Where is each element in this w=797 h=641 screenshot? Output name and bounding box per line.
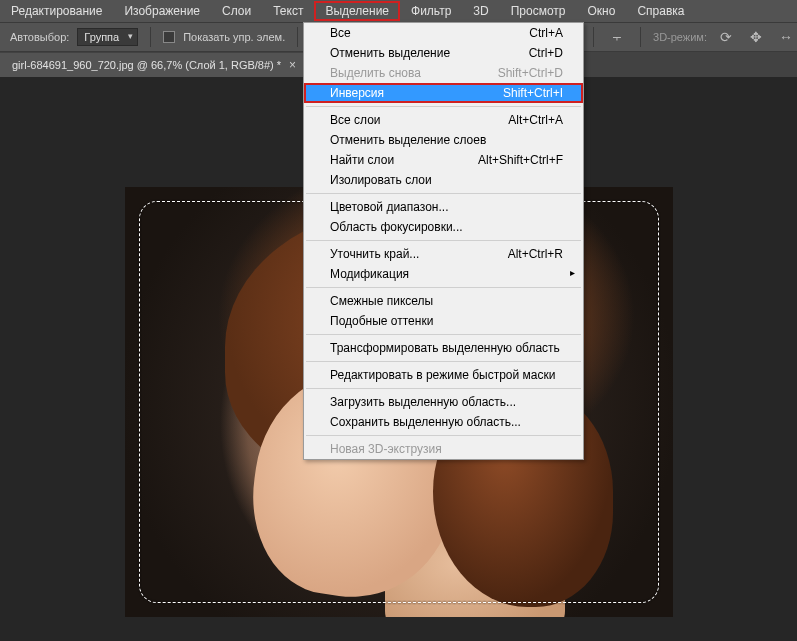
menu-separator bbox=[306, 334, 581, 335]
pan-3d-icon[interactable]: ✥ bbox=[745, 26, 767, 48]
menu-separator bbox=[306, 388, 581, 389]
separator bbox=[640, 27, 641, 47]
menu-item[interactable]: Отменить выделение слоев bbox=[304, 130, 583, 150]
separator bbox=[297, 27, 298, 47]
menu-item-shortcut: Alt+Ctrl+R bbox=[508, 247, 563, 261]
menu-item-label: Загрузить выделенную область... bbox=[330, 395, 516, 409]
mode-3d-label: 3D-режим: bbox=[653, 31, 707, 43]
menu-item-label: Отменить выделение слоев bbox=[330, 133, 486, 147]
menu-layers[interactable]: Слои bbox=[211, 1, 262, 21]
menubar: Редактирование Изображение Слои Текст Вы… bbox=[0, 0, 797, 22]
separator bbox=[150, 27, 151, 47]
menu-item-label: Редактировать в режиме быстрой маски bbox=[330, 368, 555, 382]
menu-item[interactable]: Отменить выделениеCtrl+D bbox=[304, 43, 583, 63]
distribute-icon[interactable]: ⫟ bbox=[606, 26, 628, 48]
menu-item-label: Смежные пикселы bbox=[330, 294, 433, 308]
menu-item: Новая 3D-экструзия bbox=[304, 439, 583, 459]
menu-item[interactable]: Изолировать слои bbox=[304, 170, 583, 190]
menu-text[interactable]: Текст bbox=[262, 1, 314, 21]
close-icon[interactable]: × bbox=[289, 58, 296, 72]
menu-separator bbox=[306, 435, 581, 436]
menu-separator bbox=[306, 287, 581, 288]
menu-view[interactable]: Просмотр bbox=[500, 1, 577, 21]
menu-item-label: Все слои bbox=[330, 113, 381, 127]
menu-item[interactable]: Смежные пикселы bbox=[304, 291, 583, 311]
menu-item-label: Все bbox=[330, 26, 351, 40]
menu-item-label: Найти слои bbox=[330, 153, 394, 167]
menu-item-shortcut: Shift+Ctrl+I bbox=[503, 86, 563, 100]
menu-item[interactable]: Подобные оттенки bbox=[304, 311, 583, 331]
menu-item-label: Выделить снова bbox=[330, 66, 421, 80]
document-tab-title: girl-684691_960_720.jpg @ 66,7% (Слой 1,… bbox=[12, 59, 281, 71]
menu-item[interactable]: Найти слоиAlt+Shift+Ctrl+F bbox=[304, 150, 583, 170]
menu-item[interactable]: Все слоиAlt+Ctrl+A bbox=[304, 110, 583, 130]
menu-item[interactable]: ВсеCtrl+A bbox=[304, 23, 583, 43]
separator bbox=[593, 27, 594, 47]
menu-separator bbox=[306, 106, 581, 107]
menu-item[interactable]: Редактировать в режиме быстрой маски bbox=[304, 365, 583, 385]
menu-item-shortcut: Ctrl+A bbox=[529, 26, 563, 40]
menu-filter[interactable]: Фильтр bbox=[400, 1, 462, 21]
menu-item-label: Цветовой диапазон... bbox=[330, 200, 448, 214]
menu-item-label: Инверсия bbox=[330, 86, 384, 100]
menu-item[interactable]: Загрузить выделенную область... bbox=[304, 392, 583, 412]
menu-image[interactable]: Изображение bbox=[113, 1, 211, 21]
menu-item-label: Подобные оттенки bbox=[330, 314, 433, 328]
menu-separator bbox=[306, 193, 581, 194]
menu-item[interactable]: Сохранить выделенную область... bbox=[304, 412, 583, 432]
menu-item[interactable]: Трансформировать выделенную область bbox=[304, 338, 583, 358]
slide-3d-icon[interactable]: ↔ bbox=[775, 26, 797, 48]
menu-separator bbox=[306, 240, 581, 241]
auto-select-dropdown[interactable]: Группа bbox=[77, 28, 138, 46]
menu-item-shortcut: Alt+Shift+Ctrl+F bbox=[478, 153, 563, 167]
menu-item-label: Отменить выделение bbox=[330, 46, 450, 60]
menu-item[interactable]: ИнверсияShift+Ctrl+I bbox=[304, 83, 583, 103]
menu-item[interactable]: Цветовой диапазон... bbox=[304, 197, 583, 217]
auto-select-label: Автовыбор: bbox=[10, 31, 69, 43]
menu-item[interactable]: Модификация bbox=[304, 264, 583, 284]
menu-item-shortcut: Ctrl+D bbox=[529, 46, 563, 60]
menu-item-label: Трансформировать выделенную область bbox=[330, 341, 560, 355]
show-controls-label: Показать упр. элем. bbox=[183, 31, 285, 43]
menu-item[interactable]: Уточнить край...Alt+Ctrl+R bbox=[304, 244, 583, 264]
menu-item-label: Модификация bbox=[330, 267, 409, 281]
menu-separator bbox=[306, 361, 581, 362]
show-controls-checkbox[interactable] bbox=[163, 31, 175, 43]
menu-item-shortcut: Shift+Ctrl+D bbox=[498, 66, 563, 80]
orbit-3d-icon[interactable]: ⟳ bbox=[715, 26, 737, 48]
menu-item: Выделить сноваShift+Ctrl+D bbox=[304, 63, 583, 83]
menu-item-label: Изолировать слои bbox=[330, 173, 432, 187]
document-tab[interactable]: girl-684691_960_720.jpg @ 66,7% (Слой 1,… bbox=[0, 53, 308, 77]
menu-item-shortcut: Alt+Ctrl+A bbox=[508, 113, 563, 127]
menu-edit[interactable]: Редактирование bbox=[0, 1, 113, 21]
menu-select[interactable]: Выделение bbox=[314, 1, 400, 21]
menu-item-label: Новая 3D-экструзия bbox=[330, 442, 442, 456]
menu-item[interactable]: Область фокусировки... bbox=[304, 217, 583, 237]
menu-item-label: Сохранить выделенную область... bbox=[330, 415, 521, 429]
menu-window[interactable]: Окно bbox=[576, 1, 626, 21]
menu-help[interactable]: Справка bbox=[626, 1, 695, 21]
menu-item-label: Уточнить край... bbox=[330, 247, 419, 261]
menu-3d[interactable]: 3D bbox=[462, 1, 499, 21]
menu-item-label: Область фокусировки... bbox=[330, 220, 463, 234]
select-menu-dropdown: ВсеCtrl+AОтменить выделениеCtrl+DВыделит… bbox=[303, 22, 584, 460]
